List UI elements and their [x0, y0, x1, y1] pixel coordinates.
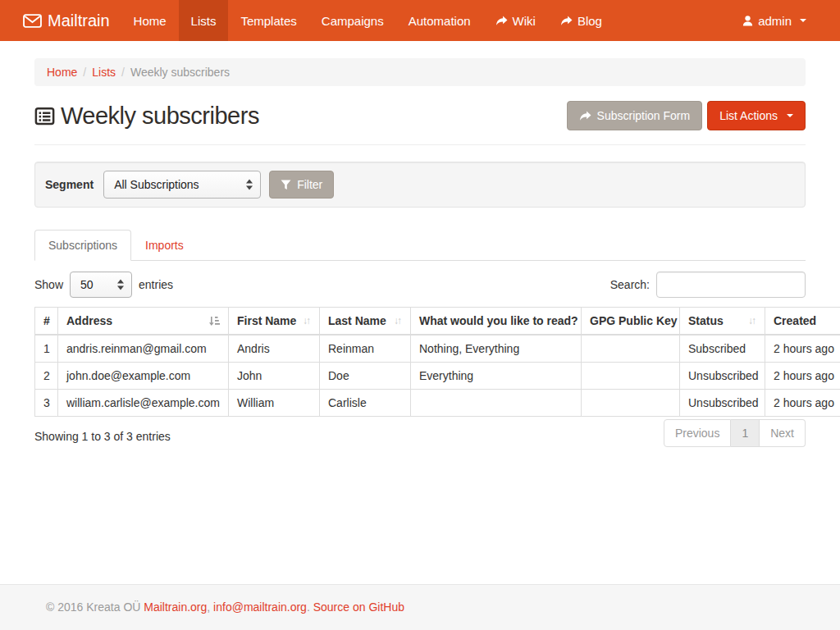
cell-gpg	[582, 363, 680, 390]
nav-item-wiki[interactable]: Wiki	[483, 0, 548, 41]
cell-address: william.carlisle@example.com	[58, 390, 229, 417]
cell-address: john.doe@example.com	[58, 363, 229, 390]
col-header-status[interactable]: Status↓↑	[680, 308, 765, 336]
github-link[interactable]: Source on GitHub	[313, 600, 404, 614]
search-input[interactable]	[656, 272, 806, 298]
cell-gpg	[582, 335, 680, 363]
col-header-created[interactable]: Created	[765, 308, 840, 336]
segment-panel: Segment All Subscriptions Filter	[34, 162, 806, 208]
cell-created: 2 hours ago	[765, 335, 840, 363]
table-row[interactable]: 1 andris.reinman@gmail.com Andris Reinma…	[35, 335, 840, 363]
entries-label: entries	[139, 278, 173, 291]
user-label: admin	[758, 14, 792, 28]
copyright-text: © 2016 Kreata OÜ	[46, 600, 140, 614]
sort-asc-icon	[208, 316, 220, 326]
list-alt-icon	[34, 106, 55, 126]
cell-first-name: William	[229, 390, 320, 417]
sort-icon: ↓↑	[303, 315, 311, 326]
filter-button[interactable]: Filter	[269, 171, 334, 199]
show-label: Show	[34, 278, 63, 291]
nav-item-blog[interactable]: Blog	[548, 0, 614, 41]
tab-bar: Subscriptions Imports	[34, 230, 806, 261]
cell-created: 2 hours ago	[765, 390, 840, 417]
search-label: Search:	[610, 278, 650, 291]
cell-interests	[411, 390, 582, 417]
subscription-form-button[interactable]: Subscription Form	[567, 101, 703, 130]
table-controls: Show 50 entries Search:	[34, 272, 806, 298]
breadcrumb-lists[interactable]: Lists	[92, 66, 116, 79]
funnel-icon	[281, 180, 291, 190]
col-header-interests[interactable]: What would you like to read?	[411, 308, 582, 336]
page-footer: © 2016 Kreata OÜ Mailtrain.org, info@mai…	[0, 584, 840, 630]
share-arrow-icon	[579, 111, 591, 121]
sort-icon: ↓↑	[748, 315, 756, 326]
col-header-gpg[interactable]: GPG Public Key	[582, 308, 680, 336]
cell-last-name: Doe	[320, 363, 411, 390]
col-header-address[interactable]: Address	[58, 308, 229, 336]
brand-label: Mailtrain	[48, 11, 110, 30]
select-arrows-icon	[246, 180, 253, 190]
segment-select[interactable]: All Subscriptions	[103, 171, 261, 199]
pagination-previous[interactable]: Previous	[664, 419, 731, 447]
pagination: Previous 1 Next	[664, 419, 806, 447]
table-row[interactable]: 2 john.doe@example.com John Doe Everythi…	[35, 363, 840, 390]
select-arrows-icon	[117, 280, 124, 290]
list-actions-button[interactable]: List Actions	[707, 101, 806, 130]
col-header-index: #	[35, 308, 58, 336]
cell-interests: Everything	[411, 363, 582, 390]
pagination-page-1[interactable]: 1	[731, 419, 760, 447]
brand-logo[interactable]: Mailtrain	[23, 0, 121, 41]
breadcrumb-home[interactable]: Home	[47, 66, 77, 79]
nav-item-home[interactable]: Home	[121, 0, 179, 41]
page-title: Weekly subscribers	[34, 103, 259, 130]
cell-last-name: Reinman	[320, 335, 411, 363]
breadcrumb-current: Weekly subscribers	[130, 66, 230, 79]
col-header-first-name[interactable]: First Name↓↑	[229, 308, 320, 336]
sort-icon: ↓↑	[394, 315, 402, 326]
entries-summary: Showing 1 to 3 of 3 entries	[34, 419, 171, 443]
cell-interests: Nothing, Everything	[411, 335, 582, 363]
table-header-row: # Address First Name↓↑ Last Name↓↑ What …	[35, 308, 840, 336]
cell-status: Subscribed	[680, 335, 765, 363]
table-row[interactable]: 3 william.carlisle@example.com William C…	[35, 390, 840, 417]
cell-last-name: Carlisle	[320, 390, 411, 417]
cell-first-name: John	[229, 363, 320, 390]
cell-gpg	[582, 390, 680, 417]
page-size-select[interactable]: 50	[70, 272, 132, 298]
email-link[interactable]: info@mailtrain.org	[213, 600, 307, 614]
col-header-last-name[interactable]: Last Name↓↑	[320, 308, 411, 336]
nav-item-lists[interactable]: Lists	[179, 0, 229, 41]
chevron-down-icon	[787, 114, 793, 117]
cell-created: 2 hours ago	[765, 363, 840, 390]
divider	[34, 144, 806, 145]
user-menu[interactable]: admin	[730, 0, 819, 41]
breadcrumb: Home / Lists / Weekly subscribers	[34, 58, 806, 86]
user-icon	[742, 16, 753, 26]
cell-address: andris.reinman@gmail.com	[58, 335, 229, 363]
cell-first-name: Andris	[229, 335, 320, 363]
cell-status: Unsubscribed	[680, 363, 765, 390]
mailtrain-org-link[interactable]: Mailtrain.org	[144, 600, 207, 614]
nav-item-templates[interactable]: Templates	[228, 0, 308, 41]
share-arrow-icon	[560, 16, 573, 26]
nav-item-campaigns[interactable]: Campaigns	[309, 0, 396, 41]
tab-imports[interactable]: Imports	[131, 230, 198, 261]
pagination-next[interactable]: Next	[760, 419, 806, 447]
tab-subscriptions[interactable]: Subscriptions	[34, 230, 131, 261]
top-navbar: Mailtrain Home Lists Templates Campaigns…	[0, 0, 840, 41]
segment-label: Segment	[45, 178, 94, 191]
nav-item-automation[interactable]: Automation	[396, 0, 483, 41]
subscribers-table: # Address First Name↓↑ Last Name↓↑ What …	[34, 307, 840, 417]
share-arrow-icon	[495, 16, 508, 26]
mailtrain-page: Mailtrain Home Lists Templates Campaigns…	[0, 0, 840, 630]
envelope-icon	[23, 14, 42, 28]
chevron-down-icon	[800, 19, 806, 22]
cell-status: Unsubscribed	[680, 390, 765, 417]
